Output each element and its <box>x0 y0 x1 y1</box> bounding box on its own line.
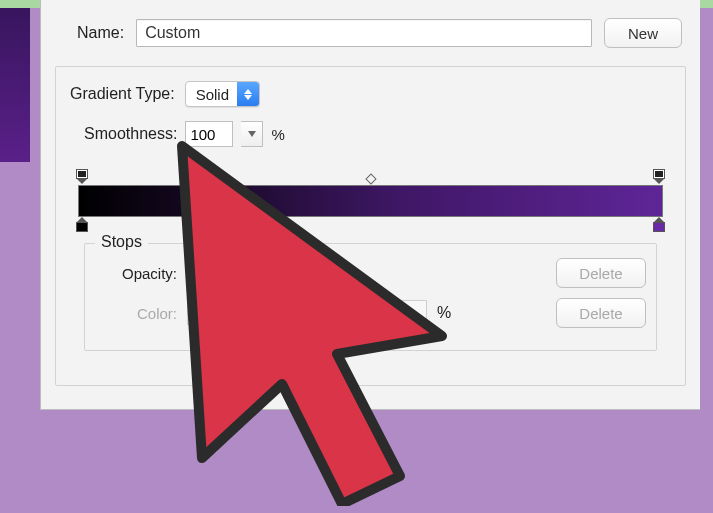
opacity-label: Opacity: <box>103 265 177 282</box>
color-location-input[interactable] <box>373 300 427 326</box>
smoothness-input[interactable] <box>185 121 233 147</box>
midpoint-diamond-icon[interactable] <box>365 173 376 184</box>
stops-legend: Stops <box>95 233 148 251</box>
smoothness-stepper[interactable] <box>241 121 263 147</box>
color-label: Color: <box>103 305 177 322</box>
opacity-stop-end[interactable] <box>652 169 666 183</box>
color-stop-end[interactable] <box>652 217 666 235</box>
gradient-type-value: Solid <box>186 86 237 103</box>
opacity-stop-start[interactable] <box>75 169 89 183</box>
color-location-unit: % <box>437 304 451 322</box>
color-swatch[interactable] <box>187 301 233 325</box>
name-input[interactable] <box>136 19 592 47</box>
gradient-settings-group: Gradient Type: Solid Smoothness: % <box>55 66 686 386</box>
gradient-preview[interactable] <box>72 169 669 225</box>
new-button[interactable]: New <box>604 18 682 48</box>
smoothness-label: Smoothness: <box>84 125 177 143</box>
chevron-up-down-icon <box>237 82 259 106</box>
opacity-input[interactable] <box>187 260 241 286</box>
gradient-editor-dialog: Name: New Gradient Type: Solid Smoothnes… <box>40 0 700 410</box>
color-stop-start[interactable] <box>75 217 89 235</box>
name-label: Name: <box>77 24 124 42</box>
delete-color-stop-button[interactable]: Delete <box>556 298 646 328</box>
gradient-type-select[interactable]: Solid <box>185 81 260 107</box>
smoothness-unit: % <box>271 126 284 143</box>
delete-opacity-stop-button[interactable]: Delete <box>556 258 646 288</box>
stops-group: Stops Opacity: Delete Color: % Delete <box>84 243 657 351</box>
gradient-type-label: Gradient Type: <box>70 85 175 103</box>
gradient-bar[interactable] <box>78 185 663 217</box>
